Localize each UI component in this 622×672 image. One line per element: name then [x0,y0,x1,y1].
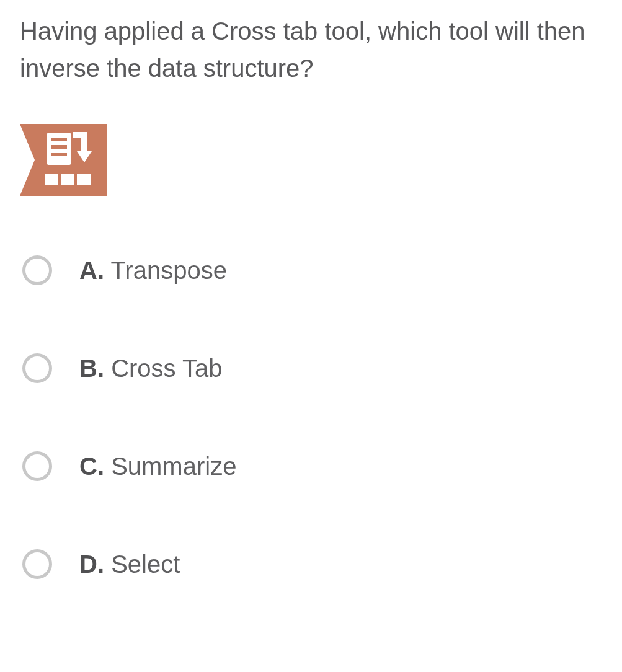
option-c[interactable]: C. Summarize [22,451,602,481]
option-text: D. Select [79,550,180,578]
option-d[interactable]: D. Select [22,549,602,579]
quiz-container: Having applied a Cross tab tool, which t… [0,0,622,579]
radio-button[interactable] [22,451,52,481]
option-label: Select [111,550,180,578]
option-letter: A. [79,257,104,284]
radio-button[interactable] [22,255,52,285]
radio-button[interactable] [22,353,52,383]
option-label: Summarize [111,453,236,480]
option-letter: D. [79,550,104,578]
svg-rect-6 [45,174,58,185]
tool-icon-wrap [20,117,602,206]
option-b[interactable]: B. Cross Tab [22,353,602,383]
option-label: Transpose [110,257,227,284]
svg-rect-2 [51,138,67,141]
option-letter: C. [79,453,104,480]
option-text: B. Cross Tab [79,355,222,382]
svg-rect-4 [51,153,67,156]
option-text: C. Summarize [79,453,236,480]
svg-rect-8 [77,174,91,185]
option-a[interactable]: A. Transpose [22,255,602,285]
transpose-tool-icon [20,195,107,205]
svg-rect-3 [51,145,67,149]
question-text: Having applied a Cross tab tool, which t… [20,12,602,87]
radio-button[interactable] [22,549,52,579]
svg-rect-7 [61,174,74,185]
option-text: A. Transpose [79,257,227,285]
option-letter: B. [79,355,104,382]
option-label: Cross Tab [111,355,222,382]
options-list: A. Transpose B. Cross Tab C. Summarize D… [20,255,602,579]
